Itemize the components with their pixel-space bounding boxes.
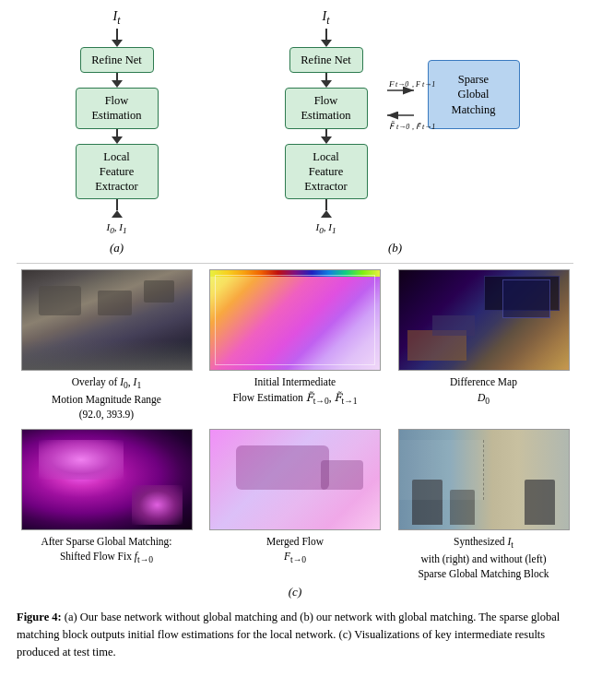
img-flow1 <box>209 269 381 371</box>
vline-b1 <box>325 29 327 40</box>
box-sparse-global: SparseGlobalMatching <box>428 60 520 129</box>
img-cell-merged: Merged Flow Ft→0 <box>206 429 385 581</box>
diagram-b-it-label: It <box>323 9 330 27</box>
vline-a3 <box>116 129 118 136</box>
diag-b-right: SparseGlobalMatching <box>419 60 529 129</box>
img-cell-shifted: After Sparse Global Matching: Shifted Fl… <box>17 429 196 581</box>
box-refine-net-a: Refine Net <box>80 47 154 73</box>
img-caption-overlay: Overlay of I0, I1 Motion Magnitude Range… <box>52 374 161 421</box>
img-cell-synth: Synthesized It with (right) and without … <box>394 429 573 581</box>
arrow-b1 <box>321 40 332 47</box>
img-cell-flow1: Initial Intermediate Flow Estimation F̃t… <box>206 269 385 421</box>
diagrams-row: It Refine Net FlowEstimation LocalFeatur… <box>17 9 573 255</box>
page: It Refine Net FlowEstimation LocalFeatur… <box>0 0 590 670</box>
diagram-a: It Refine Net FlowEstimation LocalFeatur… <box>53 9 182 255</box>
box-refine-net-b: Refine Net <box>289 47 363 73</box>
diagram-a-bottom-label: I0, I1 <box>107 221 127 235</box>
diagram-b-label: (b) <box>388 241 402 255</box>
images-row-2: After Sparse Global Matching: Shifted Fl… <box>17 429 573 581</box>
arrow-a2 <box>112 80 123 88</box>
section-label-c: (c) <box>17 585 573 599</box>
box-local-feat-b: LocalFeatureExtractor <box>285 144 368 200</box>
img-caption-synth: Synthesized It with (right) and without … <box>418 534 549 581</box>
img-cell-diffmap: Difference Map D0 <box>394 269 573 421</box>
arrow-a1 <box>112 40 123 47</box>
diag-b-left: It Refine Net FlowEstimation LocalFeatur… <box>262 9 391 235</box>
diagram-b-bottom-label: I0, I1 <box>316 221 336 235</box>
img-merged <box>209 429 381 530</box>
arrow-b2 <box>321 80 332 88</box>
img-shifted <box>21 429 193 530</box>
vline-b4 <box>325 199 327 210</box>
arrow-b3 <box>321 136 332 144</box>
vline-a1 <box>116 29 118 40</box>
img-synth <box>398 429 570 530</box>
arrow-b4 <box>321 210 332 218</box>
img-caption-flow1: Initial Intermediate Flow Estimation F̃t… <box>232 374 357 407</box>
vline-b2 <box>325 73 327 80</box>
box-local-feat-a: LocalFeatureExtractor <box>76 144 159 200</box>
img-overlay <box>21 269 193 371</box>
box-flow-est-a: FlowEstimation <box>76 88 159 129</box>
vline-b3 <box>325 129 327 136</box>
img-caption-merged: Merged Flow Ft→0 <box>266 534 324 566</box>
img-cell-overlay: Overlay of I0, I1 Motion Magnitude Range… <box>17 269 196 421</box>
vline-a4 <box>116 199 118 210</box>
arrow-a3 <box>112 136 123 144</box>
img-diffmap <box>398 269 570 371</box>
box-flow-est-b: FlowEstimation <box>285 88 368 129</box>
images-section: Overlay of I0, I1 Motion Magnitude Range… <box>17 263 573 599</box>
diagram-a-label: (a) <box>110 241 124 255</box>
vline-a2 <box>116 73 118 80</box>
images-row-1: Overlay of I0, I1 Motion Magnitude Range… <box>17 269 573 421</box>
diagram-b: F t→0 , F t→1 F̃ t→0 , F̃ t→1 <box>253 9 538 255</box>
img-caption-diffmap: Difference Map D0 <box>450 374 517 407</box>
diagram-a-it-label: It <box>113 9 121 27</box>
arrow-a4 <box>112 210 123 218</box>
figure-caption: Figure 4: (a) Our base network without g… <box>17 609 573 660</box>
diag-b-inner: It Refine Net FlowEstimation LocalFeatur… <box>262 9 529 235</box>
img-caption-shifted: After Sparse Global Matching: Shifted Fl… <box>41 534 171 566</box>
diag-b-wrapper: F t→0 , F t→1 F̃ t→0 , F̃ t→1 <box>262 9 529 235</box>
